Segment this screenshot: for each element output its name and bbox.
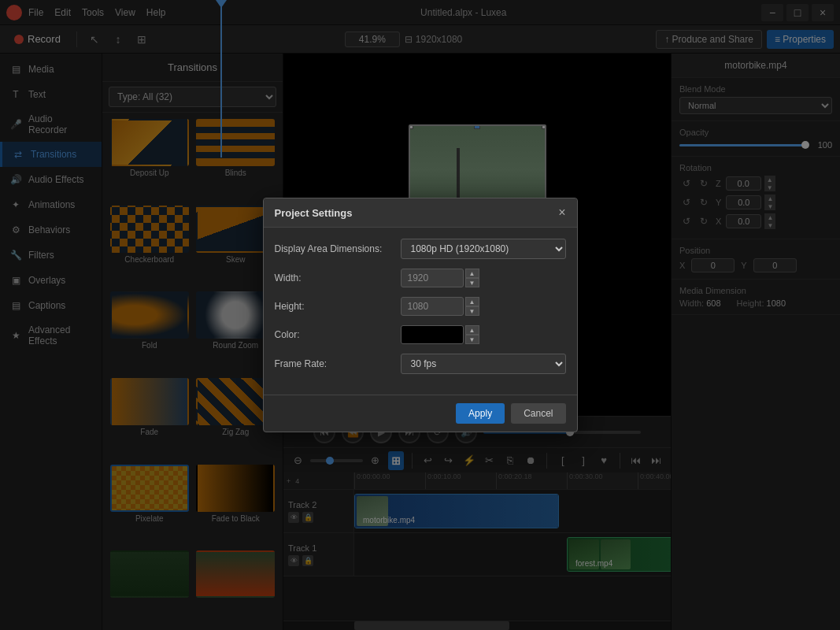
frame-rate-label: Frame Rate: bbox=[275, 358, 401, 369]
frame-rate-control: 30 fps bbox=[401, 354, 566, 374]
dialog-close-button[interactable]: × bbox=[558, 206, 565, 219]
height-input[interactable] bbox=[401, 297, 464, 316]
height-down[interactable]: ▼ bbox=[465, 306, 479, 316]
display-area-select[interactable]: 1080p HD (1920x1080) bbox=[401, 239, 566, 259]
height-spinner: ▲ ▼ bbox=[465, 297, 479, 316]
color-control: ▲ ▼ bbox=[401, 325, 566, 344]
dialog-title-bar: Project Settings × bbox=[264, 198, 577, 228]
dialog-body: Display Area Dimensions: 1080p HD (1920x… bbox=[264, 228, 577, 395]
width-control: ▲ ▼ bbox=[401, 269, 566, 287]
display-area-control: 1080p HD (1920x1080) bbox=[401, 239, 566, 259]
frame-rate-select[interactable]: 30 fps bbox=[401, 354, 566, 374]
color-down[interactable]: ▼ bbox=[465, 335, 479, 344]
width-input[interactable] bbox=[401, 269, 464, 287]
dialog-width-row: Width: ▲ ▼ bbox=[275, 269, 566, 287]
height-control: ▲ ▼ bbox=[401, 297, 566, 316]
height-label: Height: bbox=[275, 301, 401, 312]
width-label: Width: bbox=[275, 272, 401, 284]
color-swatch[interactable] bbox=[401, 325, 464, 344]
display-area-label: Display Area Dimensions: bbox=[275, 243, 401, 254]
dialog-height-row: Height: ▲ ▼ bbox=[275, 297, 566, 316]
dialog-title-text: Project Settings bbox=[275, 207, 353, 219]
color-up[interactable]: ▲ bbox=[465, 325, 479, 335]
color-label: Color: bbox=[275, 329, 401, 340]
project-settings-dialog: Project Settings × Display Area Dimensio… bbox=[263, 198, 578, 432]
width-up[interactable]: ▲ bbox=[465, 269, 479, 278]
cancel-button[interactable]: Cancel bbox=[511, 403, 565, 424]
dialog-display-area-row: Display Area Dimensions: 1080p HD (1920x… bbox=[275, 239, 566, 259]
dialog-frame-rate-row: Frame Rate: 30 fps bbox=[275, 354, 566, 374]
dialog-color-row: Color: ▲ ▼ bbox=[275, 325, 566, 344]
apply-button[interactable]: Apply bbox=[456, 403, 505, 424]
height-up[interactable]: ▲ bbox=[465, 297, 479, 306]
width-down[interactable]: ▼ bbox=[465, 278, 479, 287]
color-spinner: ▲ ▼ bbox=[465, 325, 479, 344]
width-spinner: ▲ ▼ bbox=[465, 269, 479, 287]
dialog-footer: Apply Cancel bbox=[264, 395, 577, 432]
dialog-overlay: Project Settings × Display Area Dimensio… bbox=[0, 0, 840, 630]
